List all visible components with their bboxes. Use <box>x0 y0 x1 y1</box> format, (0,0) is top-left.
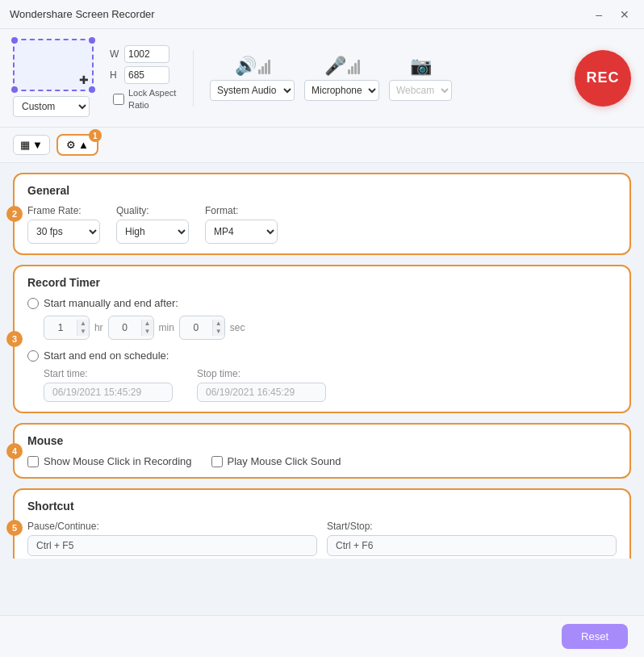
mouse-section: 4 Mouse Show Mouse Click in Recording Pl… <box>13 423 631 479</box>
system-audio-select[interactable]: System Audio <box>210 80 295 101</box>
layout-dropdown-icon: ▼ <box>32 139 43 151</box>
min-down-btn[interactable]: ▼ <box>142 328 153 336</box>
hr-unit-label: hr <box>94 322 103 333</box>
width-row: W <box>110 45 177 63</box>
stop-time-input[interactable] <box>197 383 326 402</box>
app-title: Wondershare Screen Recorder <box>10 8 155 20</box>
frame-rate-group: Frame Rate: 30 fps 15 fps 24 fps 60 fps <box>27 205 100 244</box>
min-input[interactable] <box>109 316 141 339</box>
system-audio-bars <box>258 58 270 74</box>
time-inputs-row: ▲ ▼ hr ▲ ▼ min ▲ ▼ sec <box>44 316 617 340</box>
start-manually-radio[interactable] <box>27 298 39 309</box>
show-click-checkbox[interactable] <box>27 456 39 467</box>
start-stop-group: Start/Stop: <box>327 521 617 556</box>
min-unit-label: min <box>159 322 174 333</box>
width-input[interactable] <box>124 45 169 63</box>
lock-aspect-row: Lock Aspect Ratio <box>113 87 177 111</box>
screen-preview[interactable]: ✚ <box>13 39 94 91</box>
minimize-button[interactable]: – <box>591 6 607 23</box>
start-stop-input[interactable] <box>327 535 617 556</box>
start-stop-label: Start/Stop: <box>327 521 617 532</box>
lock-aspect-checkbox[interactable] <box>113 94 124 105</box>
record-timer-badge: 3 <box>6 331 23 347</box>
corner-bl <box>11 86 18 93</box>
start-time-label: Start time: <box>44 368 173 379</box>
hr-down-btn[interactable]: ▼ <box>77 328 89 336</box>
vol-bar-m2 <box>351 66 353 74</box>
quality-group: Quality: High Low Medium <box>116 205 189 244</box>
dimensions-panel: W H Lock Aspect Ratio <box>110 45 177 111</box>
format-group: Format: MP4 MOV AVI GIF <box>205 205 278 244</box>
schedule-label: Start and end on schedule: <box>44 349 169 362</box>
frame-rate-label: Frame Rate: <box>27 205 100 216</box>
webcam-select[interactable]: Webcam <box>389 80 452 101</box>
settings-up-icon: ▲ <box>78 139 89 151</box>
start-manually-label: Start manually and end after: <box>44 297 178 309</box>
quality-select[interactable]: High Low Medium <box>116 220 189 244</box>
microphone-select[interactable]: Microphone <box>304 80 379 101</box>
content-area: 2 General Frame Rate: 30 fps 15 fps 24 f… <box>0 163 644 559</box>
min-up-btn[interactable]: ▲ <box>142 320 153 328</box>
mouse-badge: 4 <box>6 443 23 459</box>
sec-up-btn[interactable]: ▲ <box>213 320 224 328</box>
vol-bar-1 <box>258 69 261 74</box>
shortcut-grid: Pause/Continue: Start/Stop: <box>27 521 617 556</box>
hr-up-btn[interactable]: ▲ <box>77 320 89 328</box>
general-title: General <box>27 184 617 197</box>
microphone-icon: 🎤 <box>324 56 346 77</box>
settings-badge-button[interactable]: ⚙ ▲ 1 <box>56 134 98 156</box>
sec-down-btn[interactable]: ▼ <box>213 328 224 336</box>
start-manually-row: Start manually and end after: <box>27 297 617 309</box>
secondary-toolbar: ▦ ▼ ⚙ ▲ 1 <box>0 128 644 163</box>
general-section: 2 General Frame Rate: 30 fps 15 fps 24 f… <box>13 173 631 255</box>
speaker-icon: 🔊 <box>235 56 257 77</box>
reset-button[interactable]: Reset <box>562 624 628 649</box>
quality-label: Quality: <box>116 205 189 216</box>
hr-input-box: ▲ ▼ <box>44 316 90 340</box>
show-click-label: Show Mouse Click in Recording <box>44 455 192 467</box>
sec-input[interactable] <box>180 316 212 339</box>
play-sound-item: Play Mouse Click Sound <box>211 455 341 467</box>
webcam-item: 📷 Webcam <box>389 56 452 101</box>
hr-input[interactable] <box>44 316 77 339</box>
stop-time-group: Stop time: <box>197 368 326 402</box>
start-time-input[interactable] <box>44 383 173 402</box>
format-select[interactable]: MP4 MOV AVI GIF <box>205 220 278 244</box>
corner-tl <box>11 37 18 44</box>
cursor-icon: ✚ <box>79 73 89 86</box>
system-audio-icon-row: 🔊 <box>235 56 270 77</box>
corner-br <box>89 86 95 93</box>
sec-unit-label: sec <box>230 322 245 333</box>
microphone-bars <box>348 58 360 74</box>
close-button[interactable]: ✕ <box>615 6 634 23</box>
play-sound-checkbox[interactable] <box>211 456 223 467</box>
play-sound-label: Play Mouse Click Sound <box>228 455 341 467</box>
record-timer-title: Record Timer <box>27 276 617 289</box>
title-bar-controls: – ✕ <box>591 6 634 23</box>
layout-button[interactable]: ▦ ▼ <box>13 135 50 155</box>
width-label: W <box>110 48 121 60</box>
frame-rate-select[interactable]: 30 fps 15 fps 24 fps 60 fps <box>27 220 100 244</box>
settings-badge: 1 <box>89 129 102 142</box>
preset-select[interactable]: Custom Full Screen 1920x1080 1280x720 <box>13 96 90 117</box>
vol-bar-m1 <box>348 69 350 74</box>
schedule-row: Start and end on schedule: <box>27 349 617 362</box>
shortcut-title: Shortcut <box>27 500 617 513</box>
pause-input[interactable] <box>27 535 317 556</box>
vol-bar-3 <box>265 63 267 74</box>
screen-region: ✚ Custom Full Screen 1920x1080 1280x720 <box>13 39 94 117</box>
webcam-icon-row: 📷 <box>410 56 432 77</box>
min-input-box: ▲ ▼ <box>108 316 154 340</box>
mouse-title: Mouse <box>27 434 617 447</box>
rec-button[interactable]: REC <box>575 50 631 107</box>
height-input[interactable] <box>124 66 169 84</box>
mouse-checkbox-row: Show Mouse Click in Recording Play Mouse… <box>27 455 617 467</box>
height-row: H <box>110 66 177 84</box>
vol-bar-2 <box>261 66 264 74</box>
schedule-radio[interactable] <box>27 350 39 362</box>
microphone-item: 🎤 Microphone <box>304 56 379 101</box>
shortcut-badge: 5 <box>6 520 23 536</box>
show-click-item: Show Mouse Click in Recording <box>27 455 192 467</box>
general-form-row: Frame Rate: 30 fps 15 fps 24 fps 60 fps … <box>27 205 617 244</box>
record-timer-section: 3 Record Timer Start manually and end af… <box>13 265 631 413</box>
